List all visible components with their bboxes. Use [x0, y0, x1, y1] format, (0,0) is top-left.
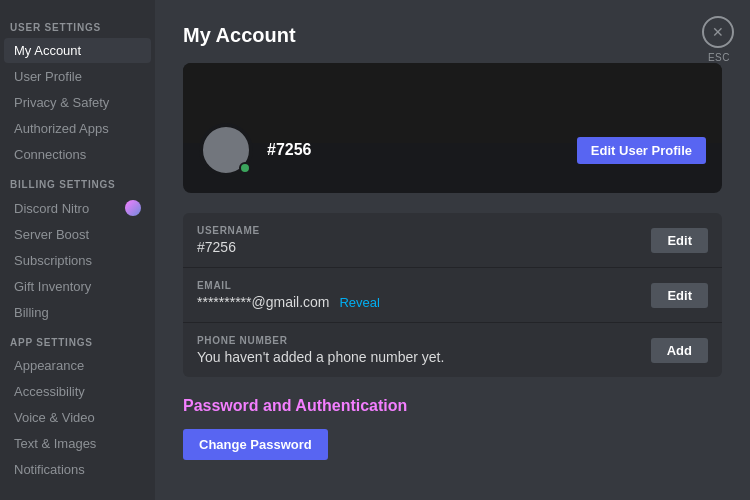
- sidebar-item-label: Connections: [14, 147, 86, 162]
- sidebar-item-privacy-safety[interactable]: Privacy & Safety: [4, 90, 151, 115]
- sidebar-item-label: Notifications: [14, 462, 85, 477]
- sidebar-item-label: Accessibility: [14, 384, 85, 399]
- username-value: #7256: [197, 239, 651, 255]
- sidebar-item-subscriptions[interactable]: Subscriptions: [4, 248, 151, 273]
- sidebar: USER SETTINGS My Account User Profile Pr…: [0, 0, 155, 500]
- avatar-wrapper: [199, 123, 253, 177]
- billing-settings-label: BILLING SETTINGS: [0, 173, 155, 194]
- sidebar-item-text-images[interactable]: Text & Images: [4, 431, 151, 456]
- sidebar-item-appearance[interactable]: Appearance: [4, 353, 151, 378]
- sidebar-item-user-profile[interactable]: User Profile: [4, 64, 151, 89]
- sidebar-item-server-boost[interactable]: Server Boost: [4, 222, 151, 247]
- sidebar-item-voice-video[interactable]: Voice & Video: [4, 405, 151, 430]
- sidebar-item-accessibility[interactable]: Accessibility: [4, 379, 151, 404]
- email-field-left: EMAIL **********@gmail.com Reveal: [197, 280, 651, 310]
- sidebar-item-label: Text & Images: [14, 436, 96, 451]
- esc-label: ESC: [708, 52, 730, 63]
- avatar-status-indicator: [239, 162, 251, 174]
- phone-field-left: PHONE NUMBER You haven't added a phone n…: [197, 335, 651, 365]
- sidebar-item-label: Subscriptions: [14, 253, 92, 268]
- sidebar-item-label: Discord Nitro: [14, 201, 89, 216]
- phone-add-button[interactable]: Add: [651, 338, 708, 363]
- sidebar-item-connections[interactable]: Connections: [4, 142, 151, 167]
- user-settings-label: USER SETTINGS: [0, 16, 155, 37]
- app-settings-label: APP SETTINGS: [0, 331, 155, 352]
- close-button[interactable]: ✕: [702, 16, 734, 48]
- sidebar-item-label: Gift Inventory: [14, 279, 91, 294]
- password-section-title: Password and Authentication: [183, 397, 722, 415]
- profile-username: #7256: [267, 141, 312, 159]
- sidebar-item-label: Voice & Video: [14, 410, 95, 425]
- sidebar-item-billing[interactable]: Billing: [4, 300, 151, 325]
- change-password-button[interactable]: Change Password: [183, 429, 328, 460]
- email-masked: **********@gmail.com: [197, 294, 330, 310]
- email-value: **********@gmail.com Reveal: [197, 294, 651, 310]
- username-field-row: USERNAME #7256 Edit: [183, 213, 722, 268]
- sidebar-item-label: Authorized Apps: [14, 121, 109, 136]
- sidebar-item-my-account[interactable]: My Account: [4, 38, 151, 63]
- sidebar-item-notifications[interactable]: Notifications: [4, 457, 151, 482]
- phone-label: PHONE NUMBER: [197, 335, 651, 346]
- email-edit-button[interactable]: Edit: [651, 283, 708, 308]
- main-content: My Account #7256 Edit User Profile USERN…: [155, 0, 750, 500]
- profile-card: #7256 Edit User Profile: [183, 63, 722, 193]
- sidebar-item-label: Server Boost: [14, 227, 89, 242]
- profile-info: #7256 Edit User Profile: [183, 123, 722, 193]
- reveal-email-button[interactable]: Reveal: [339, 295, 379, 310]
- username-field-left: USERNAME #7256: [197, 225, 651, 255]
- email-label: EMAIL: [197, 280, 651, 291]
- edit-profile-button[interactable]: Edit User Profile: [577, 137, 706, 164]
- phone-field-row: PHONE NUMBER You haven't added a phone n…: [183, 323, 722, 377]
- username-edit-button[interactable]: Edit: [651, 228, 708, 253]
- email-field-row: EMAIL **********@gmail.com Reveal Edit: [183, 268, 722, 323]
- sidebar-item-discord-nitro[interactable]: Discord Nitro: [4, 195, 151, 221]
- username-label: USERNAME: [197, 225, 651, 236]
- sidebar-item-label: User Profile: [14, 69, 82, 84]
- sidebar-item-label: Appearance: [14, 358, 84, 373]
- sidebar-item-gift-inventory[interactable]: Gift Inventory: [4, 274, 151, 299]
- page-title: My Account: [183, 24, 722, 47]
- sidebar-item-label: Privacy & Safety: [14, 95, 109, 110]
- sidebar-item-label: My Account: [14, 43, 81, 58]
- phone-value: You haven't added a phone number yet.: [197, 349, 651, 365]
- nitro-icon: [125, 200, 141, 216]
- fields-card: USERNAME #7256 Edit EMAIL **********@gma…: [183, 213, 722, 377]
- sidebar-item-authorized-apps[interactable]: Authorized Apps: [4, 116, 151, 141]
- sidebar-item-label: Billing: [14, 305, 49, 320]
